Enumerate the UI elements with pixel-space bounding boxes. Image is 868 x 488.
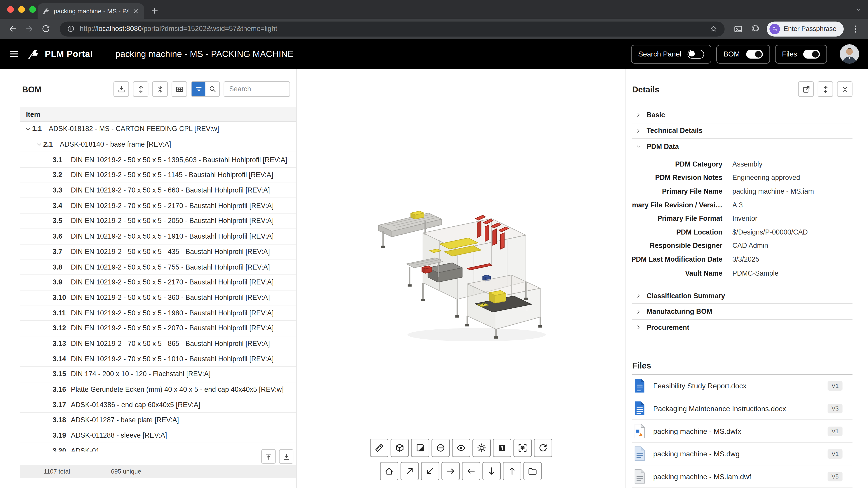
section-procurement[interactable]: Procurement [632,319,852,335]
bom-row[interactable]: 3.9DIN EN 10219-2 - 50 x 50 x 5 - 2170 -… [20,275,296,290]
section-button[interactable] [431,439,450,457]
scroll-to-top-button[interactable] [261,449,276,464]
filter-toggle-button[interactable] [191,82,205,96]
new-tab-icon[interactable] [151,6,159,15]
field-value: packing machine - MS.iam [733,185,852,198]
bom-row[interactable]: 3.18ADSK-011287 - base plate [REV:A] [20,413,296,428]
section-classification-summary[interactable]: Classification Summary [632,288,852,303]
measure-button[interactable] [370,439,388,457]
browser-tab-strip: packing machine - MS - PACKING MACHINE [0,0,868,19]
minimize-window-button[interactable] [18,6,25,13]
focus-button[interactable] [513,439,531,457]
expand-all-button[interactable] [133,81,149,97]
panel-toggle-bom[interactable]: BOM [716,44,770,63]
collapse-all-button[interactable] [837,81,852,97]
section-technical-details[interactable]: Technical Details [632,123,852,138]
extensions-icon[interactable] [750,24,759,34]
bom-row[interactable]: 3.19ADSK-011288 - sleeve [REV:A] [20,428,296,444]
orbit-button[interactable] [534,439,552,457]
folder-button[interactable] [524,462,542,480]
reload-button[interactable] [39,22,53,36]
tab-close-icon[interactable] [132,7,140,15]
visibility-button[interactable] [452,439,470,457]
bom-row[interactable]: 3.4DIN EN 10219-2 - 70 x 50 x 5 - 2170 -… [20,198,296,214]
file-row[interactable]: packing machine - MS.dwgV1 [632,443,852,465]
bom-row[interactable]: 3.6DIN EN 10219-2 - 50 x 50 x 5 - 1910 -… [20,229,296,244]
bom-row[interactable]: 3.11DIN EN 10219-2 - 50 x 50 x 5 - 1980 … [20,305,296,321]
address-bar[interactable]: http://localhost:8080/portal?dmsid=15202… [60,21,724,36]
bom-row[interactable]: 3.17ADSK-014386 - end cap 60x40x5 [REV:A… [20,397,296,413]
field-label: Primary File Format [632,212,722,225]
expand-all-button[interactable] [817,81,833,97]
explode-button[interactable] [391,439,409,457]
panel-toggle-search-panel[interactable]: Search Panel [631,44,711,63]
forward-button[interactable] [22,22,37,36]
section-manufacturing-bom[interactable]: Manufacturing BOM [632,303,852,319]
chevron-down-icon[interactable] [23,125,32,133]
section-basic[interactable]: Basic [632,107,852,123]
browser-menu-icon[interactable] [851,24,860,34]
bom-row[interactable]: 3.14DIN EN 10219-2 - 70 x 50 x 5 - 1010 … [20,352,296,367]
chevron-down-icon[interactable] [34,140,43,149]
bom-row[interactable]: 2.1ADSK-018140 - base frame [REV:A] [20,137,296,153]
viewer-3d[interactable] [297,69,625,488]
first-person-button[interactable] [493,439,511,457]
browser-tab[interactable]: packing machine - MS - PACKING MACHINE [38,3,144,19]
fit-width-button[interactable] [172,81,187,97]
bom-row-number: 3.11 [53,309,71,317]
arrow-up-button[interactable] [503,462,521,480]
bom-row[interactable]: 3.13DIN EN 10219-2 - 70 x 50 x 5 - 865 -… [20,336,296,352]
enter-passphrase-button[interactable]: Enter Passphrase [767,21,844,36]
bom-row[interactable]: 3.3DIN EN 10219-2 - 70 x 50 x 5 - 660 - … [20,183,296,198]
bom-row[interactable]: 3.20ADSK-01… [20,444,296,452]
bom-switch[interactable] [746,50,763,58]
section-pdm-data[interactable]: PDM Data [632,138,852,154]
export-button[interactable] [114,81,129,97]
file-row[interactable]: Packaging Maintenance Instructions.docxV… [632,397,852,420]
arrow-up-right-button[interactable] [401,462,419,480]
bom-footer: 1107 total 695 unique [20,465,296,478]
file-row[interactable]: Feasibility Study Report.docxV1 [632,375,852,397]
arrow-left-button[interactable] [462,462,480,480]
bom-row[interactable]: 3.7DIN EN 10219-2 - 50 x 50 x 5 - 435 - … [20,244,296,260]
bom-row[interactable]: 3.16Platte Gerundete Ecken (mm) 40 x 40 … [20,382,296,397]
bom-row[interactable]: 3.15DIN 174 - 200 x 10 - 120 - Flachstah… [20,367,296,382]
shading-button[interactable] [472,439,491,457]
bom-row[interactable]: 1.1ADSK-018182 - MS - CARTON FEEDING CPL… [20,122,296,137]
bookmark-star-icon[interactable] [710,25,717,33]
open-external-button[interactable] [798,81,814,97]
arrow-down-left-button[interactable] [421,462,439,480]
field-value: Inventor [733,212,852,225]
files-switch[interactable] [803,50,819,58]
bom-row[interactable]: 3.2DIN EN 10219-2 - 50 x 50 x 5 - 1145 -… [20,168,296,183]
close-window-button[interactable] [7,6,14,13]
arrow-right-button[interactable] [441,462,460,480]
machine-model[interactable] [374,184,557,350]
home-button[interactable] [380,462,398,480]
render-button[interactable] [411,439,429,457]
search-toggle-button[interactable] [206,82,219,96]
search-panel-switch[interactable] [687,50,704,58]
file-row[interactable]: packing machine - MS.iam.dwfV5 [632,465,852,488]
site-info-icon[interactable] [67,25,74,33]
tab-search-chevron-icon[interactable] [855,6,862,13]
main-content: BOM Item 1.1ADSK-018182 - MS - CARTON FE… [0,69,868,488]
media-icon[interactable] [733,24,743,34]
panel-toggle-files[interactable]: Files [775,44,827,63]
bom-row[interactable]: 3.5DIN EN 10219-2 - 50 x 50 x 5 - 2050 -… [20,214,296,229]
section-label: Basic [647,111,665,119]
scroll-to-bottom-button[interactable] [279,449,293,464]
bom-search-input[interactable] [223,81,290,97]
bom-row[interactable]: 3.10DIN EN 10219-2 - 50 x 50 x 5 - 360 -… [20,290,296,306]
collapse-all-button[interactable] [152,81,168,97]
back-button[interactable] [5,22,20,36]
arrow-down-button[interactable] [483,462,501,480]
bom-row[interactable]: 3.8DIN EN 10219-2 - 50 x 50 x 5 - 755 - … [20,260,296,275]
bom-row[interactable]: 3.12DIN EN 10219-2 - 50 x 50 x 5 - 2070 … [20,321,296,336]
hamburger-menu-icon[interactable] [9,49,20,59]
avatar[interactable] [840,44,859,64]
fullscreen-window-button[interactable] [29,6,36,13]
bom-row[interactable]: 3.1DIN EN 10219-2 - 50 x 50 x 5 - 1395,6… [20,152,296,168]
bom-column-header-item[interactable]: Item [20,107,296,122]
file-row[interactable]: packing machine - MS.dwfxV1 [632,420,852,443]
